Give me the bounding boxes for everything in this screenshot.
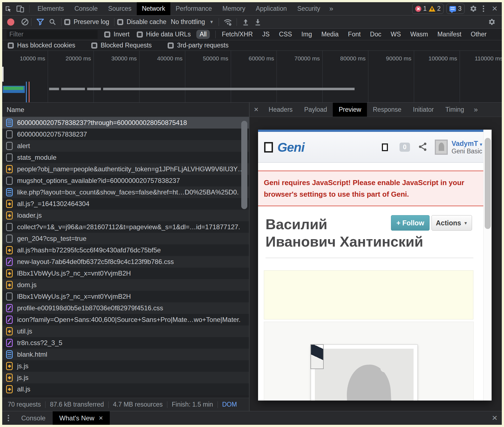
network-conditions-icon[interactable] [222,15,234,28]
avatar[interactable] [435,140,448,155]
follow-button[interactable]: + Follow [391,215,430,231]
tab-application[interactable]: Application [251,2,292,15]
request-row[interactable]: new-layout-7ab64de0fb6372c5f8c9c4c123f9b… [2,256,249,268]
detail-tab-initiator[interactable]: Initiator [407,103,439,117]
request-row[interactable]: lBbx1VbWyUs.js?_nc_x=vnt0YvjmB2H [2,268,249,279]
request-row[interactable]: loader.js [2,210,249,221]
issues-badge[interactable]: 3 [446,4,465,14]
tab-elements[interactable]: Elements [32,2,69,15]
settings-gear-icon[interactable] [467,2,479,15]
request-row[interactable]: profile-e009198d0b5e1b87036e0f82979f4516… [2,302,249,314]
filter-funnel-icon[interactable] [34,15,46,28]
filter-pill-img[interactable]: Img [298,30,315,39]
device-toolbar-icon[interactable] [14,2,26,15]
filter-pill-wasm[interactable]: Wasm [407,30,431,39]
request-row[interactable]: 6000000020757838237?through=600000002805… [2,117,249,129]
tab-network[interactable]: Network [137,2,170,15]
filter-pill-css[interactable]: CSS [276,30,295,39]
tab-memory[interactable]: Memory [217,2,251,15]
close-detail-icon[interactable]: × [250,105,263,114]
filter-pill-js[interactable]: JS [259,30,273,39]
tab-performance[interactable]: Performance [170,2,217,15]
network-overview-timeline[interactable]: 10000 ms20000 ms30000 ms40000 ms50000 ms… [2,51,502,103]
request-row[interactable]: like.php?layout=box_count&show_faces=fal… [2,186,249,198]
request-row[interactable]: js.js [2,360,249,372]
detail-tab-preview[interactable]: Preview [333,103,367,117]
filter-pill-doc[interactable]: Doc [367,30,385,39]
request-row[interactable]: 6000000020757838237 [2,129,249,140]
profile-photo-frame[interactable] [311,345,418,401]
filter-pill-other[interactable]: Other [467,30,490,39]
request-row[interactable]: mugshot_options_available?id=60000000207… [2,175,249,186]
filter-pill-fetch-xhr[interactable]: Fetch/XHR [218,30,256,39]
request-row[interactable]: alert [2,140,249,152]
export-har-icon[interactable] [252,15,264,28]
other-file-icon [6,223,13,231]
tab-sources[interactable]: Sources [103,2,136,15]
filter-input[interactable] [7,30,98,39]
tab-security[interactable]: Security [292,2,325,15]
request-row[interactable]: collect?v=1&_v=j96&a=281607112&t=pagevie… [2,221,249,233]
disable-cache-checkbox[interactable] [117,19,123,25]
third-party-requests-checkbox[interactable] [168,42,174,49]
throttling-dropdown[interactable]: No throttling ▼ [171,18,214,26]
name-column-header[interactable]: Name [2,103,249,117]
detail-tab-response[interactable]: Response [367,103,407,117]
more-tabs-chevron[interactable]: » [325,4,337,13]
request-row[interactable]: all.js?_=1641302464304 [2,198,249,210]
timeline-tick: 40000 ms [140,51,185,102]
record-button[interactable] [7,18,14,26]
preview-scrollbar-thumb[interactable] [485,138,491,229]
filter-pill-media[interactable]: Media [318,30,342,39]
drawer-tab-whats-new[interactable]: What's New × [53,411,109,425]
clear-icon[interactable] [22,18,28,25]
request-row[interactable]: blank.html [2,349,249,360]
notification-count-badge[interactable]: 0 [400,143,410,152]
hide-data-urls-checkbox[interactable] [137,31,143,38]
request-row[interactable]: tr8n.css?2_3_5 [2,337,249,349]
blocked-requests-checkbox[interactable] [91,42,97,49]
import-har-icon[interactable] [240,15,252,28]
share-icon[interactable] [418,142,428,153]
request-row[interactable]: lBbx1VbWyUs.js?_nc_x=vnt0YvjmB2H [2,291,249,302]
request-row[interactable]: all.js?hash=b72295fc5cc6f49c430afd76dc75… [2,244,249,256]
close-icon[interactable]: × [487,4,502,14]
detail-tab-payload[interactable]: Payload [298,103,333,117]
inspect-cursor-icon[interactable] [2,2,14,15]
request-row[interactable]: icon?family=Open+Sans:400,600|Source+San… [2,314,249,325]
drawer-tab-console[interactable]: Console [14,414,53,422]
request-row[interactable]: people?obj_name=people&authenticity_toke… [2,163,249,175]
errors-warnings-badge[interactable]: 1 2 [412,4,444,14]
preview-scrollbar[interactable] [483,130,492,401]
search-icon[interactable] [46,15,58,28]
close-drawer-icon[interactable]: × [487,413,502,423]
tab-console[interactable]: Console [69,2,103,15]
detail-tab-timing[interactable]: Timing [439,103,470,117]
drawer-kebab-menu-icon[interactable] [2,415,14,421]
request-list-scrollbar-thumb[interactable] [241,121,247,209]
filter-pill-font[interactable]: Font [345,30,364,39]
filter-pill-manifest[interactable]: Manifest [434,30,465,39]
preserve-log-checkbox[interactable] [64,19,70,25]
network-filterbar: Invert Hide data URLs AllFetch/XHRJSCSSI… [2,29,502,40]
user-menu[interactable]: VadymT ▾ Geni Basic [452,140,482,155]
network-options-row: Has blocked cookies Blocked Requests 3rd… [2,40,502,51]
geni-logo[interactable]: Geni [277,140,304,155]
more-detail-tabs-chevron[interactable]: » [470,105,481,114]
kebab-menu-icon[interactable] [479,6,487,12]
filter-pill-all[interactable]: All [196,30,210,39]
request-row[interactable]: js.js [2,372,249,383]
actions-button[interactable]: Actions ▼ [431,215,472,231]
overview-drag-handle[interactable] [2,67,4,82]
request-row[interactable]: util.js [2,325,249,337]
request-row[interactable]: gen_204?csp_test=true [2,233,249,244]
detail-tab-headers[interactable]: Headers [263,103,298,117]
request-row[interactable]: dom.js [2,279,249,291]
filter-pill-ws[interactable]: WS [387,30,404,39]
invert-checkbox[interactable] [104,31,110,38]
close-tab-icon[interactable]: × [99,414,103,422]
network-settings-gear-icon[interactable] [486,15,498,28]
request-row[interactable]: stats_module [2,152,249,163]
request-row[interactable]: all.js [2,383,249,395]
has-blocked-cookies-checkbox[interactable] [8,42,14,49]
